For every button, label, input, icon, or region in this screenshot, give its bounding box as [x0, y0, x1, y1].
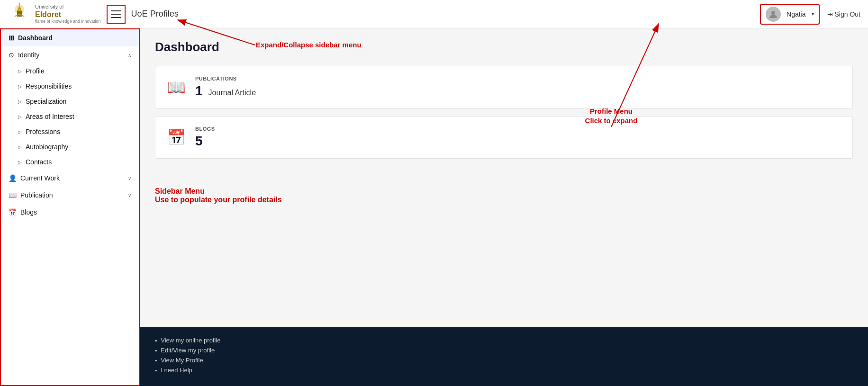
svg-rect-2 [17, 11, 22, 17]
publications-card: 📖 PUBLICATIONS 1 Journal Article [155, 66, 853, 108]
sidebar-item-profile[interactable]: ▷ Profile [1, 63, 139, 79]
sidebar-sub-label: Responsibilities [26, 82, 72, 90]
blogs-card: 📅 BLOGS 5 [155, 116, 853, 159]
chevron-right-icon: ▷ [18, 84, 22, 89]
publications-card-icon: 📖 [167, 78, 186, 96]
logo-univ: University of [35, 4, 101, 10]
publications-card-label: PUBLICATIONS [195, 76, 256, 81]
chevron-right-icon: ▷ [18, 144, 22, 150]
chevron-down-icon: ∨ [128, 193, 131, 198]
sidebar-item-responsibilities[interactable]: ▷ Responsibilities [1, 79, 139, 94]
main-content: Dashboard 📖 PUBLICATIONS 1 Journal Artic… [140, 28, 868, 327]
view-my-profile-link[interactable]: View My Profile [161, 357, 203, 364]
logo-image [8, 2, 31, 26]
sidebar-item-specialization[interactable]: ▷ Specialization [1, 94, 139, 109]
hamburger-line [111, 10, 121, 11]
sidebar-section-current-work[interactable]: 👤 Current Work ∨ [1, 170, 139, 187]
sidebar-sub-label: Autobiography [26, 143, 68, 151]
sidebar-menu-annotation-desc: Use to populate your profile details [155, 196, 853, 204]
publication-icon: 📖 [9, 191, 17, 199]
chevron-down-icon: ∨ [128, 176, 131, 181]
sidebar: ⊞ Dashboard ⊙ Identity ∧ ▷ Profile ▷ Res… [0, 28, 140, 386]
chevron-right-icon: ▷ [18, 114, 22, 119]
chevron-down-icon: ▾ [812, 11, 814, 17]
blogs-card-icon: 📅 [167, 128, 186, 146]
page-title: Dashboard [155, 40, 853, 54]
sidebar-item-label: Blogs [20, 208, 37, 216]
chevron-right-icon: ▷ [18, 160, 22, 165]
logo: University of Eldoret flame of knowledge… [8, 2, 101, 26]
sidebar-item-professions[interactable]: ▷ Professions [1, 124, 139, 139]
sidebar-sub-label: Professions [26, 128, 60, 135]
user-name: Ngatia [787, 10, 805, 18]
svg-marker-4 [18, 2, 20, 4]
sidebar-item-autobiography[interactable]: ▷ Autobiography [1, 139, 139, 154]
sidebar-section-publication[interactable]: 📖 Publication ∨ [1, 187, 139, 204]
hamburger-button[interactable] [107, 5, 126, 24]
logo-tagline: flame of knowledge and innovation [35, 19, 101, 24]
chevron-up-icon: ∧ [128, 53, 131, 58]
sign-out-label: Sign Out [835, 10, 860, 18]
sidebar-menu-annotation-title: Sidebar Menu [155, 187, 853, 196]
sidebar-item-blogs[interactable]: 📅 Blogs [1, 204, 139, 221]
hamburger-line [111, 14, 121, 15]
sidebar-item-contacts[interactable]: ▷ Contacts [1, 154, 139, 170]
current-work-icon: 👤 [9, 174, 17, 182]
sign-out-icon: ⇥ [827, 10, 833, 18]
main-content-area: Dashboard 📖 PUBLICATIONS 1 Journal Artic… [140, 28, 868, 386]
footer-link-item[interactable]: View My Profile [155, 357, 853, 364]
footer: View my online profile Edit/View my prof… [140, 327, 868, 386]
identity-icon: ⊙ [9, 51, 14, 59]
footer-link-item[interactable]: View my online profile [155, 337, 853, 344]
logo-text: University of Eldoret flame of knowledge… [35, 4, 101, 24]
sidebar-item-label: Dashboard [18, 34, 53, 42]
avatar [766, 7, 781, 22]
footer-link-item[interactable]: I need Help [155, 367, 853, 374]
sign-out-button[interactable]: ⇥ Sign Out [827, 10, 860, 18]
edit-view-profile-link[interactable]: Edit/View my profile [161, 347, 215, 354]
blogs-icon: 📅 [9, 208, 17, 216]
chevron-right-icon: ▷ [18, 129, 22, 135]
user-menu[interactable]: Ngatia ▾ [760, 4, 819, 25]
dashboard-icon: ⊞ [9, 34, 14, 42]
chevron-right-icon: ▷ [18, 99, 22, 104]
sidebar-sub-label: Profile [26, 67, 45, 75]
app-title: UoE Profiles [131, 9, 760, 19]
sidebar-sub-label: Contacts [26, 158, 52, 166]
current-work-label: Current Work [20, 174, 60, 182]
view-online-profile-link[interactable]: View my online profile [161, 337, 220, 344]
publications-card-body: PUBLICATIONS 1 Journal Article [195, 76, 256, 99]
chevron-right-icon: ▷ [18, 69, 22, 74]
publication-label: Publication [20, 191, 53, 199]
footer-links: View my online profile Edit/View my prof… [155, 337, 853, 374]
blogs-card-label: BLOGS [195, 126, 215, 132]
identity-label: Identity [18, 51, 39, 59]
svg-point-5 [771, 11, 775, 15]
sidebar-item-dashboard[interactable]: ⊞ Dashboard [1, 29, 139, 46]
need-help-link[interactable]: I need Help [161, 367, 192, 374]
publications-description: Journal Article [208, 89, 256, 97]
hamburger-line [111, 17, 121, 18]
sidebar-sub-label: Specialization [26, 98, 66, 105]
footer-link-item[interactable]: Edit/View my profile [155, 347, 853, 354]
sidebar-item-areas-of-interest[interactable]: ▷ Areas of Interest [1, 109, 139, 124]
sidebar-sub-label: Areas of Interest [26, 113, 74, 120]
publications-count: 1 [195, 83, 203, 99]
sidebar-section-identity[interactable]: ⊙ Identity ∧ [1, 46, 139, 63]
app-header: University of Eldoret flame of knowledge… [0, 0, 868, 28]
sidebar-annotation: Sidebar Menu Use to populate your profil… [155, 187, 853, 204]
logo-name: Eldoret [35, 10, 101, 19]
blogs-count: 5 [195, 134, 203, 149]
blogs-card-body: BLOGS 5 [195, 126, 215, 149]
